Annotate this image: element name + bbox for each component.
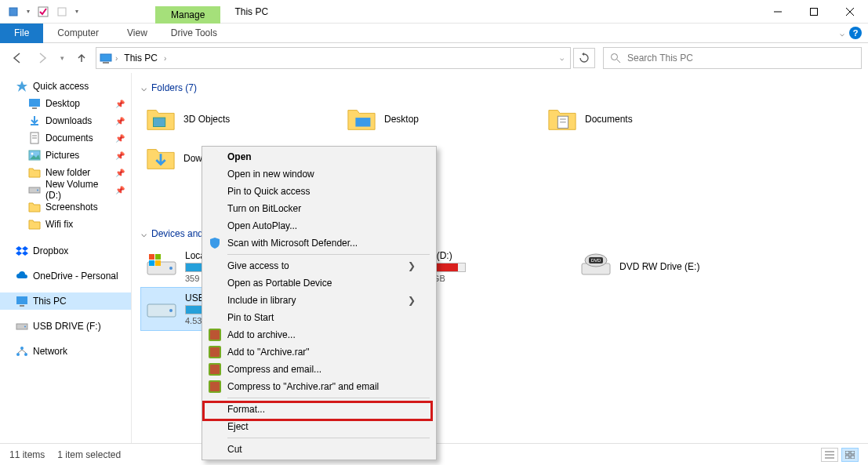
separator: [227, 438, 430, 438]
ctx-autoplay[interactable]: Open AutoPlay...: [204, 217, 434, 234]
up-button[interactable]: [71, 47, 93, 69]
help-icon[interactable]: ?: [849, 27, 862, 39]
svg-rect-12: [32, 107, 37, 109]
svg-rect-28: [154, 118, 165, 126]
ctx-add-archive[interactable]: Add to archive...: [204, 326, 434, 343]
chevron-right-icon[interactable]: ›: [164, 54, 166, 63]
folder-desktop[interactable]: Desktop: [342, 100, 543, 139]
search-input[interactable]: Search This PC: [603, 47, 862, 69]
ctx-add-rar[interactable]: Add to "Archive.rar": [204, 343, 434, 361]
folder-documents[interactable]: Documents: [543, 100, 743, 139]
ctx-compress-email[interactable]: Compress and email...: [204, 361, 434, 378]
tiles-view-button[interactable]: [841, 448, 859, 462]
ctx-eject[interactable]: Eject: [204, 418, 434, 435]
svg-rect-54: [210, 347, 220, 357]
computer-tab[interactable]: Computer: [43, 24, 113, 43]
sidebar-onedrive[interactable]: OneDrive - Personal: [0, 267, 131, 285]
folder-label: Documents: [585, 114, 633, 125]
sidebar-label: USB DRIVE (F:): [33, 321, 101, 332]
ctx-cut[interactable]: Cut: [204, 441, 434, 458]
qat-properties-icon[interactable]: [35, 3, 52, 20]
ctx-portable-device[interactable]: Open as Portable Device: [204, 274, 434, 292]
drive-tools-tab[interactable]: Drive Tools: [157, 24, 231, 43]
svg-point-40: [169, 267, 173, 270]
ctx-include-library[interactable]: Include in library❯: [204, 292, 434, 309]
rar-icon: [209, 329, 221, 341]
svg-rect-63: [851, 451, 855, 454]
maximize-button[interactable]: [796, 0, 832, 24]
ctx-bitlocker[interactable]: Turn on BitLocker: [204, 200, 434, 217]
svg-rect-58: [210, 382, 220, 391]
chevron-right-icon[interactable]: ›: [115, 54, 118, 63]
folder-icon: [547, 104, 577, 134]
ctx-format[interactable]: Format...: [204, 401, 434, 418]
sidebar-item-pictures[interactable]: Pictures📌: [0, 147, 131, 164]
svg-point-20: [37, 190, 38, 191]
this-pc-icon: [100, 52, 112, 64]
forward-button[interactable]: [31, 47, 53, 69]
refresh-button[interactable]: [573, 48, 595, 68]
sidebar-label: Wifi fix: [45, 219, 73, 230]
sidebar-quick-access[interactable]: Quick access: [0, 78, 131, 95]
folder-3d-objects[interactable]: 3D Objects: [141, 100, 342, 139]
rar-icon: [209, 346, 221, 358]
drive-dvd-rw-e[interactable]: DVD DVD RW Drive (E:): [576, 245, 776, 288]
expand-ribbon-icon[interactable]: ⌵: [840, 29, 844, 38]
sidebar-label: Dropbox: [33, 245, 68, 256]
ctx-defender[interactable]: Scan with Microsoft Defender...: [204, 234, 434, 252]
ctx-open[interactable]: Open: [204, 148, 434, 165]
pin-icon: 📌: [115, 186, 125, 194]
qat-pin-icon[interactable]: [5, 3, 22, 20]
qat-dropdown-2[interactable]: ▾: [72, 3, 82, 20]
ctx-give-access[interactable]: Give access to❯: [204, 257, 434, 274]
section-title: Folders (7): [151, 82, 197, 93]
svg-rect-41: [149, 254, 154, 260]
sidebar-item-documents[interactable]: Documents📌: [0, 129, 131, 147]
sidebar-item-wifi-fix[interactable]: Wifi fix: [0, 216, 131, 233]
sidebar-item-desktop[interactable]: Desktop📌: [0, 95, 131, 112]
document-icon: [28, 132, 41, 144]
minimize-button[interactable]: [760, 0, 796, 24]
sidebar-item-screenshots[interactable]: Screenshots: [0, 198, 131, 216]
ctx-compress-rar-email[interactable]: Compress to "Archive.rar" and email: [204, 378, 434, 395]
sidebar-label: Downloads: [45, 115, 92, 126]
sidebar-item-new-volume[interactable]: New Volume (D:)📌: [0, 181, 131, 198]
sidebar-network[interactable]: Network: [0, 343, 131, 360]
address-dropdown-icon[interactable]: ⌵: [557, 54, 567, 62]
view-tab[interactable]: View: [113, 24, 162, 43]
sidebar-label: This PC: [33, 296, 67, 307]
picture-icon: [28, 149, 41, 162]
sidebar-label: New Volume (D:): [45, 179, 111, 201]
sidebar-dropbox[interactable]: Dropbox: [0, 242, 131, 260]
svg-point-24: [24, 326, 26, 328]
sidebar-item-downloads[interactable]: Downloads📌: [0, 112, 131, 129]
status-item-count: 11 items: [9, 449, 45, 460]
manage-contextual-tab[interactable]: Manage: [155, 6, 220, 24]
svg-point-27: [24, 353, 27, 356]
rar-icon: [209, 363, 221, 376]
ctx-open-new-window[interactable]: Open in new window: [204, 165, 434, 183]
qat-dropdown-1[interactable]: ▾: [24, 3, 33, 20]
chevron-down-icon: ⌵: [141, 228, 147, 239]
svg-rect-62: [845, 451, 849, 454]
folders-section-header[interactable]: ⌵ Folders (7): [141, 82, 859, 93]
svg-rect-0: [9, 8, 17, 16]
qat-new-icon[interactable]: [53, 3, 71, 20]
folder-label: 3D Objects: [183, 114, 230, 125]
address-bar[interactable]: › This PC › ⌵: [96, 47, 571, 69]
svg-point-25: [20, 347, 24, 350]
recent-locations-button[interactable]: ▾: [56, 47, 67, 69]
drive-icon: [28, 183, 41, 196]
details-view-button[interactable]: [821, 448, 838, 462]
ctx-pin-start[interactable]: Pin to Start: [204, 309, 434, 326]
svg-point-26: [16, 353, 20, 356]
sidebar-usb-drive[interactable]: USB DRIVE (F:): [0, 318, 131, 335]
breadcrumb-this-pc[interactable]: This PC: [121, 53, 161, 64]
back-button[interactable]: [6, 47, 28, 69]
navigation-pane: Quick access Desktop📌 Downloads📌 Documen…: [0, 73, 132, 443]
close-button[interactable]: [832, 0, 868, 24]
sidebar-this-pc[interactable]: This PC: [0, 292, 131, 310]
file-tab[interactable]: File: [0, 24, 43, 43]
ctx-pin-quick-access[interactable]: Pin to Quick access: [204, 183, 434, 200]
pin-icon: 📌: [115, 117, 125, 125]
